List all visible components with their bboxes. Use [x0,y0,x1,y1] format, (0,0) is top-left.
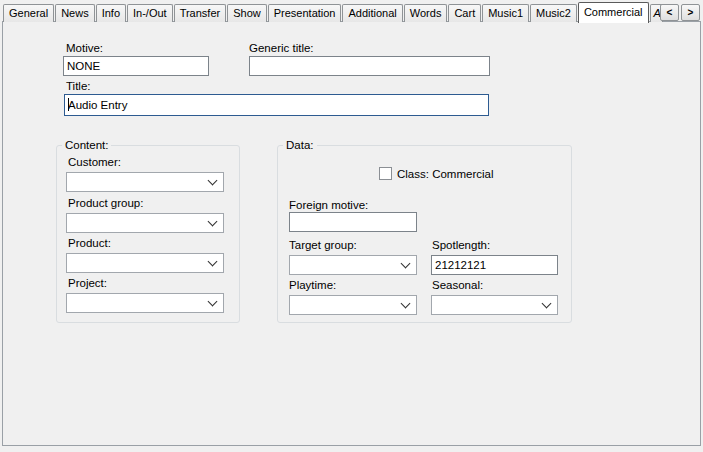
customer-label: Customer: [68,156,121,168]
foreign-motive-label: Foreign motive: [289,199,368,211]
tab-info[interactable]: Info [96,4,126,22]
commercial-dialog: General News Info In-/Out Transfer Show … [0,0,703,452]
target-group-label: Target group: [289,239,357,251]
tab-scroll-right-button[interactable]: > [681,4,700,21]
playtime-label: Playtime: [289,279,336,291]
customer-select[interactable] [66,172,224,192]
chevron-down-icon [208,296,218,306]
tab-music1[interactable]: Music1 [482,4,529,22]
playtime-select[interactable] [289,295,417,315]
project-select[interactable] [66,293,224,313]
title-label: Title: [66,80,91,92]
tab-scroll-left-button[interactable]: < [660,4,679,21]
generic-title-label: Generic title: [249,42,314,54]
title-input[interactable] [64,94,489,116]
chevron-down-icon [401,298,411,308]
class-commercial-checkbox[interactable] [379,167,392,180]
tab-transfer[interactable]: Transfer [174,4,227,22]
chevron-down-icon [542,298,552,308]
spotlength-input[interactable] [431,255,558,275]
tab-news[interactable]: News [55,4,95,22]
tab-presentation[interactable]: Presentation [268,4,342,22]
project-label: Project: [68,277,107,289]
target-group-select[interactable] [289,255,417,275]
product-group-select[interactable] [66,213,224,233]
chevron-down-icon [208,175,218,185]
seasonal-select[interactable] [431,295,558,315]
seasonal-label: Seasonal: [432,279,483,291]
foreign-motive-input[interactable] [289,212,417,232]
chevron-down-icon [401,258,411,268]
motive-input[interactable] [63,56,209,76]
tab-music2[interactable]: Music2 [530,4,577,22]
chevron-down-icon [208,216,218,226]
generic-title-input[interactable] [249,56,490,76]
tab-additional[interactable]: Additional [342,4,402,22]
class-commercial-label: Class: Commercial [397,168,494,180]
tab-general[interactable]: General [3,4,54,22]
tab-in-out[interactable]: In-/Out [127,4,173,22]
spotlength-label: Spotlength: [432,239,490,251]
tab-words[interactable]: Words [404,4,448,22]
tab-show[interactable]: Show [227,4,267,22]
product-label: Product: [68,237,111,249]
tab-commercial[interactable]: Commercial [578,2,649,23]
content-group-title: Content: [62,139,111,151]
product-select[interactable] [66,253,224,273]
product-group-label: Product group: [68,197,143,209]
motive-label: Motive: [66,42,103,54]
text-caret [68,98,69,111]
tab-bar: General News Info In-/Out Transfer Show … [3,2,664,22]
tab-cart[interactable]: Cart [448,4,481,22]
data-group-title: Data: [283,139,317,151]
chevron-down-icon [208,256,218,266]
